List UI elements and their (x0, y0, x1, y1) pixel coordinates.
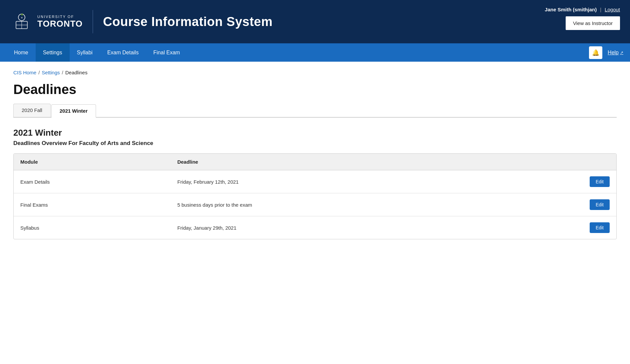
nav-item-settings[interactable]: Settings (36, 43, 70, 62)
module-final-exams: Final Exams (14, 193, 171, 216)
username: Jane Smith (smithjan) (545, 7, 597, 12)
uoft-logo-icon: ⚜ 🌿 (10, 10, 33, 33)
table-header: Module Deadline (14, 154, 616, 170)
breadcrumb: CIS Home / Settings / Deadlines (13, 70, 617, 75)
col-module: Module (14, 154, 171, 170)
action-syllabus: Edit (494, 216, 616, 239)
breadcrumb-separator-1: / (38, 70, 40, 75)
nav-item-syllabi[interactable]: Syllabi (70, 43, 100, 62)
module-syllabus: Syllabus (14, 216, 171, 239)
logout-link[interactable]: Logout (605, 7, 620, 12)
nav-item-exam-details[interactable]: Exam Details (100, 43, 146, 62)
nav-item-home[interactable]: Home (7, 43, 36, 62)
deadline-final-exams: 5 business days prior to the exam (171, 193, 494, 216)
header: ⚜ 🌿 UNIVERSITY OF TORONTO Course Informa… (0, 0, 630, 43)
nav-items: Home Settings Syllabi Exam Details Final… (7, 43, 589, 62)
edit-syllabus-button[interactable]: Edit (590, 222, 610, 233)
edit-final-exams-button[interactable]: Edit (590, 199, 610, 210)
page-title: Deadlines (13, 82, 617, 97)
help-label: Help (608, 50, 619, 56)
action-final-exams: Edit (494, 193, 616, 216)
tab-2020-fall[interactable]: 2020 Fall (13, 104, 51, 117)
main-nav: Home Settings Syllabi Exam Details Final… (0, 43, 630, 62)
table-row: Syllabus Friday, January 29th, 2021 Edit (14, 216, 616, 239)
user-info: Jane Smith (smithjan) | Logout (545, 7, 620, 12)
tab-2021-winter[interactable]: 2021 Winter (51, 104, 96, 118)
section-title: 2021 Winter (13, 128, 617, 138)
breadcrumb-area: CIS Home / Settings / Deadlines (0, 62, 630, 79)
breadcrumb-cis-home[interactable]: CIS Home (13, 70, 36, 75)
edit-exam-details-button[interactable]: Edit (590, 176, 610, 187)
svg-text:⚜: ⚜ (21, 16, 23, 19)
table-row: Final Exams 5 business days prior to the… (14, 193, 616, 216)
nav-item-final-exam[interactable]: Final Exam (146, 43, 187, 62)
external-link-icon: ↗ (620, 50, 623, 55)
table-row: Exam Details Friday, February 12th, 2021… (14, 170, 616, 193)
notification-bell-button[interactable]: 🔔 (589, 46, 602, 59)
deadline-syllabus: Friday, January 29th, 2021 (171, 216, 494, 239)
logo-area: ⚜ 🌿 UNIVERSITY OF TORONTO (10, 10, 93, 33)
help-link[interactable]: Help ↗ (608, 50, 623, 56)
svg-text:🌿: 🌿 (21, 13, 23, 16)
divider: | (600, 7, 601, 12)
table-body: Exam Details Friday, February 12th, 2021… (14, 170, 616, 239)
module-exam-details: Exam Details (14, 170, 171, 193)
main-content: Deadlines 2020 Fall 2021 Winter 2021 Win… (0, 79, 630, 253)
col-deadline: Deadline (171, 154, 494, 170)
nav-right: 🔔 Help ↗ (589, 46, 623, 59)
breadcrumb-settings[interactable]: Settings (42, 70, 60, 75)
action-exam-details: Edit (494, 170, 616, 193)
section-subtitle: Deadlines Overview For Faculty of Arts a… (13, 140, 617, 147)
system-title: Course Information System (103, 15, 273, 29)
view-as-instructor-button[interactable]: View as Instructor (566, 16, 620, 30)
deadlines-table: Module Deadline Exam Details Friday, Feb… (13, 153, 617, 239)
col-action (494, 154, 616, 170)
tabs-container: 2020 Fall 2021 Winter (13, 104, 617, 118)
breadcrumb-separator-2: / (62, 70, 63, 75)
deadline-exam-details: Friday, February 12th, 2021 (171, 170, 494, 193)
header-right: Jane Smith (smithjan) | Logout View as I… (545, 0, 620, 30)
breadcrumb-current: Deadlines (65, 70, 88, 75)
bell-icon: 🔔 (592, 49, 599, 56)
